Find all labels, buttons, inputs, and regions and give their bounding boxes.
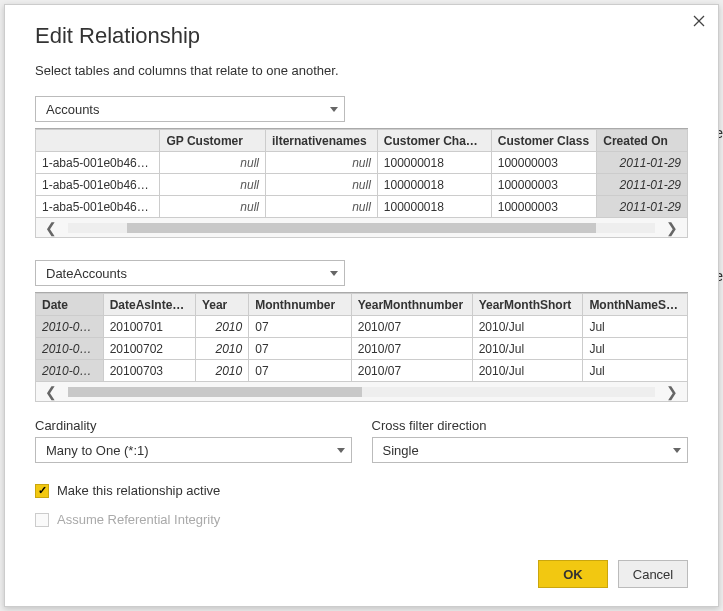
table-cell[interactable]: 2010/Jul bbox=[472, 338, 583, 360]
table-cell[interactable]: 07 bbox=[249, 316, 352, 338]
active-checkbox-label: Make this relationship active bbox=[57, 483, 220, 498]
table-cell[interactable]: Jul bbox=[583, 360, 688, 382]
table-cell[interactable]: 2011-01-29 bbox=[597, 174, 688, 196]
referential-integrity-label: Assume Referential Integrity bbox=[57, 512, 220, 527]
table1-col-header[interactable]: Created On bbox=[597, 130, 688, 152]
table-row[interactable]: 2010-07-02201007022010072010/072010/JulJ… bbox=[36, 338, 688, 360]
table-cell[interactable]: 100000003 bbox=[491, 196, 597, 218]
dialog-subtitle: Select tables and columns that relate to… bbox=[35, 63, 688, 78]
table-cell[interactable]: 100000003 bbox=[491, 152, 597, 174]
edit-relationship-dialog: Edit Relationship Select tables and colu… bbox=[4, 4, 719, 607]
table2-grid[interactable]: DateDateAsIntegerYearMonthnumberYearMont… bbox=[35, 292, 688, 402]
table-cell[interactable]: 2010/Jul bbox=[472, 360, 583, 382]
scroll-thumb[interactable] bbox=[127, 223, 597, 233]
table2-col-header[interactable]: YearMonthShort bbox=[472, 294, 583, 316]
table-cell[interactable]: 2010 bbox=[195, 338, 248, 360]
table-cell[interactable]: null bbox=[160, 152, 266, 174]
table-cell[interactable]: Jul bbox=[583, 316, 688, 338]
table1-source-value: Accounts bbox=[46, 102, 99, 117]
table-cell[interactable]: 2010/07 bbox=[351, 360, 472, 382]
table1-grid[interactable]: GP CustomerilternativenamesCustomer Chan… bbox=[35, 128, 688, 238]
table-cell[interactable]: 2010-07-01 bbox=[36, 316, 104, 338]
table-cell[interactable]: 100000018 bbox=[377, 174, 491, 196]
table-row[interactable]: 2010-07-03201007032010072010/072010/JulJ… bbox=[36, 360, 688, 382]
table-cell[interactable]: 2010/Jul bbox=[472, 316, 583, 338]
table1-col-header[interactable]: Customer Class bbox=[491, 130, 597, 152]
close-icon bbox=[693, 15, 705, 27]
table-cell[interactable]: 2011-01-29 bbox=[597, 196, 688, 218]
table-cell[interactable]: 2010/07 bbox=[351, 338, 472, 360]
table-cell[interactable]: 20100703 bbox=[103, 360, 195, 382]
table2-source-value: DateAccounts bbox=[46, 266, 127, 281]
cancel-button[interactable]: Cancel bbox=[618, 560, 688, 588]
table2-col-header[interactable]: DateAsInteger bbox=[103, 294, 195, 316]
table2-source-dropdown[interactable]: DateAccounts bbox=[35, 260, 345, 286]
table-cell[interactable]: 100000003 bbox=[491, 174, 597, 196]
scroll-right-icon[interactable]: ❯ bbox=[657, 218, 687, 237]
scroll-track[interactable] bbox=[68, 387, 655, 397]
table2-col-header[interactable]: YearMonthnumber bbox=[351, 294, 472, 316]
crossfilter-label: Cross filter direction bbox=[372, 418, 689, 433]
scroll-left-icon[interactable]: ❮ bbox=[36, 382, 66, 401]
table-row[interactable]: 1-aba5-001e0b4641ecnullnull1000000181000… bbox=[36, 152, 688, 174]
crossfilter-value: Single bbox=[383, 443, 419, 458]
scroll-right-icon[interactable]: ❯ bbox=[657, 382, 687, 401]
table-row[interactable]: 1-aba5-001e0b4641ecnullnull1000000181000… bbox=[36, 174, 688, 196]
table2-col-header[interactable]: Monthnumber bbox=[249, 294, 352, 316]
table-cell[interactable]: 2011-01-29 bbox=[597, 152, 688, 174]
table-cell[interactable]: 2010/07 bbox=[351, 316, 472, 338]
table-cell[interactable]: null bbox=[160, 196, 266, 218]
chevron-down-icon bbox=[330, 271, 338, 276]
table-cell[interactable]: 20100701 bbox=[103, 316, 195, 338]
table1-source-dropdown[interactable]: Accounts bbox=[35, 96, 345, 122]
cardinality-dropdown[interactable]: Many to One (*:1) bbox=[35, 437, 352, 463]
table-cell[interactable]: 2010-07-02 bbox=[36, 338, 104, 360]
table-cell[interactable]: 100000018 bbox=[377, 196, 491, 218]
table2-col-header[interactable]: MonthNameShort bbox=[583, 294, 688, 316]
chevron-down-icon bbox=[330, 107, 338, 112]
scroll-left-icon[interactable]: ❮ bbox=[36, 218, 66, 237]
table-cell[interactable]: null bbox=[265, 174, 377, 196]
table-cell[interactable]: 07 bbox=[249, 360, 352, 382]
table2-hscroll[interactable]: ❮ ❯ bbox=[35, 382, 688, 402]
table1-col-header[interactable] bbox=[36, 130, 160, 152]
cardinality-value: Many to One (*:1) bbox=[46, 443, 149, 458]
close-button[interactable] bbox=[690, 13, 708, 31]
cardinality-label: Cardinality bbox=[35, 418, 352, 433]
table2-col-header[interactable]: Date bbox=[36, 294, 104, 316]
table-cell[interactable]: 1-aba5-001e0b4641ec bbox=[36, 196, 160, 218]
table-cell[interactable]: null bbox=[265, 152, 377, 174]
table-cell[interactable]: 20100702 bbox=[103, 338, 195, 360]
active-checkbox[interactable]: ✓ bbox=[35, 484, 49, 498]
table1-col-header[interactable]: ilternativenames bbox=[265, 130, 377, 152]
table-cell[interactable]: null bbox=[160, 174, 266, 196]
table-cell[interactable]: Jul bbox=[583, 338, 688, 360]
table-cell[interactable]: 2010 bbox=[195, 316, 248, 338]
chevron-down-icon bbox=[337, 448, 345, 453]
dialog-title: Edit Relationship bbox=[35, 23, 688, 49]
ok-button[interactable]: OK bbox=[538, 560, 608, 588]
crossfilter-dropdown[interactable]: Single bbox=[372, 437, 689, 463]
table1-hscroll[interactable]: ❮ ❯ bbox=[35, 218, 688, 238]
table-cell[interactable]: 2010-07-03 bbox=[36, 360, 104, 382]
referential-integrity-checkbox bbox=[35, 513, 49, 527]
table1-col-header[interactable]: GP Customer bbox=[160, 130, 266, 152]
table-cell[interactable]: null bbox=[265, 196, 377, 218]
table-row[interactable]: 1-aba5-001e0b4641ecnullnull1000000181000… bbox=[36, 196, 688, 218]
table-cell[interactable]: 1-aba5-001e0b4641ec bbox=[36, 174, 160, 196]
table1-col-header[interactable]: Customer Channel bbox=[377, 130, 491, 152]
table-cell[interactable]: 1-aba5-001e0b4641ec bbox=[36, 152, 160, 174]
table-cell[interactable]: 2010 bbox=[195, 360, 248, 382]
chevron-down-icon bbox=[673, 448, 681, 453]
table-cell[interactable]: 100000018 bbox=[377, 152, 491, 174]
table2-col-header[interactable]: Year bbox=[195, 294, 248, 316]
scroll-track[interactable] bbox=[68, 223, 655, 233]
table-cell[interactable]: 07 bbox=[249, 338, 352, 360]
table-row[interactable]: 2010-07-01201007012010072010/072010/JulJ… bbox=[36, 316, 688, 338]
scroll-thumb[interactable] bbox=[68, 387, 362, 397]
